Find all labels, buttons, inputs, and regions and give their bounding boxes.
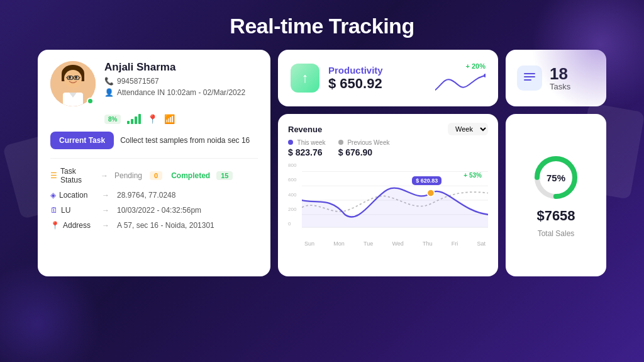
arrow-icon-3: → (102, 206, 109, 215)
task-status-icon: ☰ (50, 171, 57, 180)
signal-icon (127, 114, 141, 124)
x-label-sun: Sun (304, 240, 314, 247)
prev-week: Previous Week $ 676.90 (338, 139, 390, 157)
revenue-header: Revenue Week (288, 123, 488, 135)
location-label: ◈ Location (50, 191, 94, 200)
completed-badge: 15 (216, 171, 233, 180)
prev-week-label: Previous Week (338, 139, 390, 146)
location-icon: ◈ (50, 191, 56, 200)
x-label-thu: Thu (423, 240, 433, 247)
user-phone: 📞 9945871567 (104, 77, 258, 86)
wifi-icon: 📶 (164, 114, 175, 124)
user-attendance: 👤 Attendance IN 10:02am - 02/Mar/2022 (104, 88, 258, 97)
productivity-label: Productivity (328, 65, 426, 76)
productivity-icon: ↑ (291, 64, 319, 93)
week-dropdown[interactable]: Week (448, 123, 488, 135)
online-indicator (87, 98, 94, 105)
y-label-0: 0 (288, 221, 302, 227)
revenue-card: Revenue Week This week $ 823.76 Previ (278, 114, 498, 276)
attendance-icon: 👤 (104, 88, 114, 97)
y-label-800: 800 (288, 162, 302, 168)
svg-point-5 (75, 76, 77, 79)
prev-week-value: $ 676.90 (338, 147, 390, 157)
current-task-button[interactable]: Current Task (50, 132, 114, 149)
arrow-icon-4: → (102, 221, 109, 230)
x-label-mon: Mon (333, 240, 345, 247)
prev-week-dot (338, 140, 343, 145)
this-week: This week $ 823.76 (288, 139, 326, 157)
completed-label: Completed (171, 171, 210, 180)
svg-point-18 (427, 189, 434, 196)
current-task-text: Collect test samples from noida sec 16 (120, 136, 250, 145)
productivity-value: $ 650.92 (328, 76, 426, 92)
arrow-icon: → (101, 171, 108, 180)
x-label-fri: Fri (452, 240, 458, 247)
battery-badge: 8% (104, 115, 121, 124)
y-label-200: 200 (288, 206, 302, 212)
address-label: 📍 Address (50, 221, 94, 230)
lu-label: 🗓 LU (50, 206, 94, 215)
phone-number: 9945871567 (117, 77, 159, 86)
chart-percent: + 53% (464, 172, 482, 179)
donut-chart-wrap: 75% (531, 152, 581, 203)
revenue-chart-area: 800 600 400 200 0 (288, 162, 488, 238)
upload-icon: ↑ (302, 70, 309, 86)
tasks-list-icon (523, 71, 536, 85)
productivity-chart: + 20% (435, 62, 486, 94)
user-name: Anjali Sharma (104, 61, 258, 74)
donut-percent: 75% (547, 173, 565, 183)
chart-x-labels: Sun Mon Tue Wed Thu Fri Sat (302, 240, 488, 247)
attendance-text: Attendance IN 10:02am - 02/Mar/2022 (117, 88, 245, 97)
revenue-weeks: This week $ 823.76 Previous Week $ 676.9… (288, 139, 488, 157)
divider-1 (50, 158, 258, 159)
location-row: ◈ Location → 28.9764, 77.0248 (50, 188, 258, 203)
y-label-400: 400 (288, 192, 302, 198)
sales-label: Total Sales (538, 229, 575, 238)
status-icons-row: 8% 📍 📶 (50, 114, 258, 124)
user-profile-card: Anjali Sharma 📞 9945871567 👤 Attendance … (38, 50, 270, 276)
location-pin-icon: 📍 (147, 114, 158, 124)
lu-value: 10/03/2022 - 04:32:56pm (117, 206, 201, 215)
current-task-row: Current Task Collect test samples from n… (50, 132, 258, 149)
pending-label: Pending (114, 171, 142, 180)
sales-value: $7658 (536, 208, 575, 224)
this-week-label: This week (288, 139, 326, 146)
lu-row: 🗓 LU → 10/03/2022 - 04:32:56pm (50, 203, 258, 218)
task-status-label: ☰ Task Status (50, 167, 94, 184)
user-header: Anjali Sharma 📞 9945871567 👤 Attendance … (50, 61, 258, 106)
chart-tooltip: $ 620.83 (412, 176, 441, 185)
x-label-wed: Wed (392, 240, 403, 247)
pending-badge: 0 (150, 171, 162, 180)
svg-line-9 (66, 77, 67, 78)
y-label-600: 600 (288, 177, 302, 183)
revenue-chart-svg (302, 162, 488, 238)
productivity-sparkline (435, 72, 486, 94)
x-label-tue: Tue (364, 240, 373, 247)
svg-rect-19 (524, 73, 535, 74)
phone-icon: 📞 (104, 77, 114, 86)
x-label-sat: Sat (477, 240, 486, 247)
productivity-percent: + 20% (466, 62, 486, 70)
user-info: Anjali Sharma 📞 9945871567 👤 Attendance … (104, 61, 258, 97)
address-icon: 📍 (50, 221, 60, 230)
middle-column: ↑ Productivity $ 650.92 + 20% Revenue We… (278, 50, 498, 276)
productivity-info: Productivity $ 650.92 (328, 65, 426, 92)
svg-rect-21 (524, 79, 531, 81)
address-row: 📍 Address → A 57, sec 16 - Noida, 201301 (50, 218, 258, 233)
location-value: 28.9764, 77.0248 (117, 191, 175, 200)
lu-icon: 🗓 (50, 206, 58, 215)
task-status-row: ☰ Task Status → Pending 0 Completed 15 (50, 164, 258, 188)
arrow-icon-2: → (102, 191, 109, 200)
this-week-dot (288, 140, 293, 145)
address-value: A 57, sec 16 - Noida, 201301 (117, 221, 214, 230)
svg-rect-20 (524, 76, 535, 77)
this-week-value: $ 823.76 (288, 147, 326, 157)
svg-point-12 (484, 74, 486, 77)
svg-line-10 (79, 77, 80, 78)
svg-point-4 (69, 76, 71, 79)
revenue-title: Revenue (288, 125, 322, 134)
avatar-wrap (50, 61, 96, 106)
productivity-card: ↑ Productivity $ 650.92 + 20% (278, 50, 498, 106)
